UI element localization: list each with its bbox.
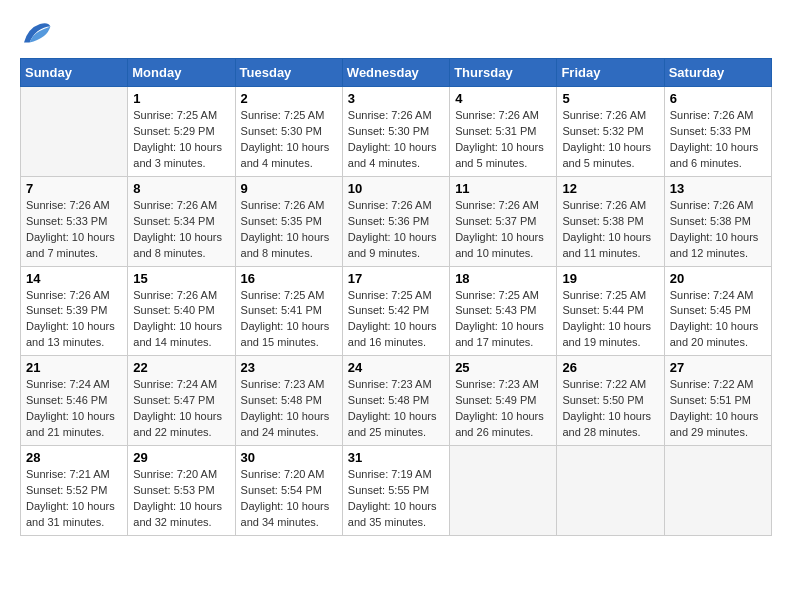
day-number: 7 bbox=[26, 181, 122, 196]
calendar-cell: 17Sunrise: 7:25 AM Sunset: 5:42 PM Dayli… bbox=[342, 266, 449, 356]
day-info: Sunrise: 7:20 AM Sunset: 5:53 PM Dayligh… bbox=[133, 467, 229, 531]
day-number: 1 bbox=[133, 91, 229, 106]
day-info: Sunrise: 7:26 AM Sunset: 5:32 PM Dayligh… bbox=[562, 108, 658, 172]
day-info: Sunrise: 7:26 AM Sunset: 5:38 PM Dayligh… bbox=[670, 198, 766, 262]
calendar-cell: 31Sunrise: 7:19 AM Sunset: 5:55 PM Dayli… bbox=[342, 446, 449, 536]
calendar-cell bbox=[664, 446, 771, 536]
day-number: 25 bbox=[455, 360, 551, 375]
calendar-cell: 10Sunrise: 7:26 AM Sunset: 5:36 PM Dayli… bbox=[342, 176, 449, 266]
calendar-cell: 24Sunrise: 7:23 AM Sunset: 5:48 PM Dayli… bbox=[342, 356, 449, 446]
calendar-cell: 19Sunrise: 7:25 AM Sunset: 5:44 PM Dayli… bbox=[557, 266, 664, 356]
day-number: 22 bbox=[133, 360, 229, 375]
day-info: Sunrise: 7:22 AM Sunset: 5:50 PM Dayligh… bbox=[562, 377, 658, 441]
day-number: 17 bbox=[348, 271, 444, 286]
calendar-table: SundayMondayTuesdayWednesdayThursdayFrid… bbox=[20, 58, 772, 536]
day-number: 19 bbox=[562, 271, 658, 286]
day-number: 24 bbox=[348, 360, 444, 375]
day-info: Sunrise: 7:23 AM Sunset: 5:49 PM Dayligh… bbox=[455, 377, 551, 441]
column-header-wednesday: Wednesday bbox=[342, 59, 449, 87]
logo bbox=[20, 20, 56, 48]
calendar-week-1: 1Sunrise: 7:25 AM Sunset: 5:29 PM Daylig… bbox=[21, 87, 772, 177]
day-info: Sunrise: 7:19 AM Sunset: 5:55 PM Dayligh… bbox=[348, 467, 444, 531]
column-header-sunday: Sunday bbox=[21, 59, 128, 87]
calendar-cell: 21Sunrise: 7:24 AM Sunset: 5:46 PM Dayli… bbox=[21, 356, 128, 446]
calendar-header-row: SundayMondayTuesdayWednesdayThursdayFrid… bbox=[21, 59, 772, 87]
day-info: Sunrise: 7:20 AM Sunset: 5:54 PM Dayligh… bbox=[241, 467, 337, 531]
calendar-week-4: 21Sunrise: 7:24 AM Sunset: 5:46 PM Dayli… bbox=[21, 356, 772, 446]
calendar-cell: 5Sunrise: 7:26 AM Sunset: 5:32 PM Daylig… bbox=[557, 87, 664, 177]
day-info: Sunrise: 7:21 AM Sunset: 5:52 PM Dayligh… bbox=[26, 467, 122, 531]
calendar-cell: 26Sunrise: 7:22 AM Sunset: 5:50 PM Dayli… bbox=[557, 356, 664, 446]
column-header-thursday: Thursday bbox=[450, 59, 557, 87]
day-info: Sunrise: 7:24 AM Sunset: 5:45 PM Dayligh… bbox=[670, 288, 766, 352]
day-info: Sunrise: 7:26 AM Sunset: 5:34 PM Dayligh… bbox=[133, 198, 229, 262]
day-number: 21 bbox=[26, 360, 122, 375]
calendar-cell: 1Sunrise: 7:25 AM Sunset: 5:29 PM Daylig… bbox=[128, 87, 235, 177]
calendar-cell: 13Sunrise: 7:26 AM Sunset: 5:38 PM Dayli… bbox=[664, 176, 771, 266]
calendar-cell bbox=[557, 446, 664, 536]
column-header-tuesday: Tuesday bbox=[235, 59, 342, 87]
day-number: 31 bbox=[348, 450, 444, 465]
calendar-cell: 18Sunrise: 7:25 AM Sunset: 5:43 PM Dayli… bbox=[450, 266, 557, 356]
day-number: 13 bbox=[670, 181, 766, 196]
day-number: 12 bbox=[562, 181, 658, 196]
day-number: 10 bbox=[348, 181, 444, 196]
day-info: Sunrise: 7:26 AM Sunset: 5:39 PM Dayligh… bbox=[26, 288, 122, 352]
day-info: Sunrise: 7:26 AM Sunset: 5:40 PM Dayligh… bbox=[133, 288, 229, 352]
calendar-week-2: 7Sunrise: 7:26 AM Sunset: 5:33 PM Daylig… bbox=[21, 176, 772, 266]
logo-bird-icon bbox=[20, 20, 52, 48]
column-header-monday: Monday bbox=[128, 59, 235, 87]
calendar-cell: 3Sunrise: 7:26 AM Sunset: 5:30 PM Daylig… bbox=[342, 87, 449, 177]
day-number: 5 bbox=[562, 91, 658, 106]
calendar-cell: 22Sunrise: 7:24 AM Sunset: 5:47 PM Dayli… bbox=[128, 356, 235, 446]
day-number: 23 bbox=[241, 360, 337, 375]
day-info: Sunrise: 7:26 AM Sunset: 5:33 PM Dayligh… bbox=[26, 198, 122, 262]
calendar-cell: 27Sunrise: 7:22 AM Sunset: 5:51 PM Dayli… bbox=[664, 356, 771, 446]
day-number: 11 bbox=[455, 181, 551, 196]
calendar-cell: 16Sunrise: 7:25 AM Sunset: 5:41 PM Dayli… bbox=[235, 266, 342, 356]
day-info: Sunrise: 7:22 AM Sunset: 5:51 PM Dayligh… bbox=[670, 377, 766, 441]
calendar-cell bbox=[21, 87, 128, 177]
calendar-cell: 15Sunrise: 7:26 AM Sunset: 5:40 PM Dayli… bbox=[128, 266, 235, 356]
day-number: 27 bbox=[670, 360, 766, 375]
day-info: Sunrise: 7:25 AM Sunset: 5:30 PM Dayligh… bbox=[241, 108, 337, 172]
calendar-cell: 8Sunrise: 7:26 AM Sunset: 5:34 PM Daylig… bbox=[128, 176, 235, 266]
column-header-friday: Friday bbox=[557, 59, 664, 87]
day-info: Sunrise: 7:26 AM Sunset: 5:31 PM Dayligh… bbox=[455, 108, 551, 172]
calendar-cell: 2Sunrise: 7:25 AM Sunset: 5:30 PM Daylig… bbox=[235, 87, 342, 177]
day-info: Sunrise: 7:26 AM Sunset: 5:37 PM Dayligh… bbox=[455, 198, 551, 262]
calendar-cell: 7Sunrise: 7:26 AM Sunset: 5:33 PM Daylig… bbox=[21, 176, 128, 266]
day-info: Sunrise: 7:25 AM Sunset: 5:42 PM Dayligh… bbox=[348, 288, 444, 352]
calendar-cell: 20Sunrise: 7:24 AM Sunset: 5:45 PM Dayli… bbox=[664, 266, 771, 356]
calendar-cell: 4Sunrise: 7:26 AM Sunset: 5:31 PM Daylig… bbox=[450, 87, 557, 177]
calendar-cell: 29Sunrise: 7:20 AM Sunset: 5:53 PM Dayli… bbox=[128, 446, 235, 536]
calendar-cell: 9Sunrise: 7:26 AM Sunset: 5:35 PM Daylig… bbox=[235, 176, 342, 266]
day-number: 26 bbox=[562, 360, 658, 375]
calendar-week-5: 28Sunrise: 7:21 AM Sunset: 5:52 PM Dayli… bbox=[21, 446, 772, 536]
day-info: Sunrise: 7:25 AM Sunset: 5:41 PM Dayligh… bbox=[241, 288, 337, 352]
day-number: 9 bbox=[241, 181, 337, 196]
page-header bbox=[20, 20, 772, 48]
calendar-cell bbox=[450, 446, 557, 536]
day-number: 8 bbox=[133, 181, 229, 196]
day-number: 15 bbox=[133, 271, 229, 286]
calendar-cell: 28Sunrise: 7:21 AM Sunset: 5:52 PM Dayli… bbox=[21, 446, 128, 536]
day-number: 4 bbox=[455, 91, 551, 106]
column-header-saturday: Saturday bbox=[664, 59, 771, 87]
day-info: Sunrise: 7:25 AM Sunset: 5:43 PM Dayligh… bbox=[455, 288, 551, 352]
calendar-cell: 30Sunrise: 7:20 AM Sunset: 5:54 PM Dayli… bbox=[235, 446, 342, 536]
calendar-cell: 14Sunrise: 7:26 AM Sunset: 5:39 PM Dayli… bbox=[21, 266, 128, 356]
calendar-cell: 12Sunrise: 7:26 AM Sunset: 5:38 PM Dayli… bbox=[557, 176, 664, 266]
day-number: 2 bbox=[241, 91, 337, 106]
day-info: Sunrise: 7:24 AM Sunset: 5:47 PM Dayligh… bbox=[133, 377, 229, 441]
day-number: 14 bbox=[26, 271, 122, 286]
day-info: Sunrise: 7:26 AM Sunset: 5:36 PM Dayligh… bbox=[348, 198, 444, 262]
day-number: 18 bbox=[455, 271, 551, 286]
day-info: Sunrise: 7:23 AM Sunset: 5:48 PM Dayligh… bbox=[348, 377, 444, 441]
day-info: Sunrise: 7:24 AM Sunset: 5:46 PM Dayligh… bbox=[26, 377, 122, 441]
day-number: 30 bbox=[241, 450, 337, 465]
day-number: 3 bbox=[348, 91, 444, 106]
day-number: 20 bbox=[670, 271, 766, 286]
day-number: 29 bbox=[133, 450, 229, 465]
day-number: 16 bbox=[241, 271, 337, 286]
